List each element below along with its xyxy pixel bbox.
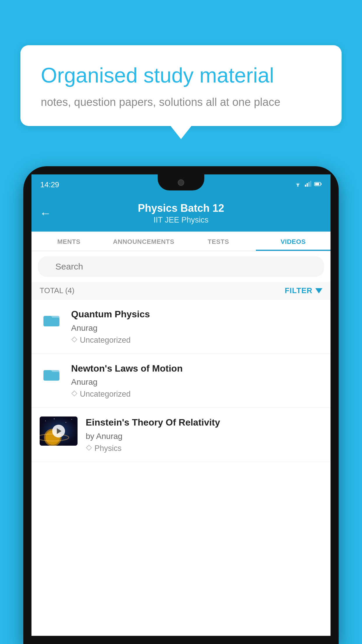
speech-bubble-section: Organised study material notes, question… — [20, 45, 342, 126]
svg-point-17 — [45, 421, 46, 421]
search-wrapper — [38, 256, 324, 277]
video-tag: Physics — [86, 444, 322, 453]
list-item[interactable]: Einstein's Theory Of Relativity by Anura… — [31, 408, 331, 462]
svg-rect-4 — [310, 181, 311, 187]
video-list: Quantum Physics Anurag Uncategorized — [31, 300, 331, 462]
svg-point-12 — [73, 338, 74, 339]
search-bar-container — [31, 251, 331, 282]
folder-icon — [42, 311, 61, 328]
svg-rect-14 — [43, 372, 59, 381]
video-info: Einstein's Theory Of Relativity by Anura… — [86, 416, 322, 453]
phone-frame: 14:29 — [23, 166, 339, 644]
svg-rect-6 — [321, 183, 321, 185]
wifi-icon — [294, 181, 302, 189]
video-author: by Anurag — [86, 432, 322, 441]
tag-label: Uncategorized — [80, 390, 131, 399]
svg-rect-7 — [315, 183, 319, 185]
back-button[interactable]: ← — [40, 207, 51, 220]
speech-bubble-subtext: notes, question papers, solutions all at… — [41, 96, 321, 108]
speech-bubble-heading: Organised study material — [41, 63, 321, 88]
filter-icon — [315, 288, 322, 293]
app-title: Physics Batch 12 — [40, 202, 322, 214]
tab-announcements[interactable]: ANNOUNCEMENTS — [106, 232, 181, 251]
tag-icon — [71, 336, 78, 345]
video-author: Anurag — [71, 323, 322, 333]
video-title: Einstein's Theory Of Relativity — [86, 416, 322, 429]
svg-point-15 — [73, 392, 74, 393]
video-tag: Uncategorized — [71, 390, 322, 399]
total-count-label: TOTAL (4) — [40, 286, 74, 295]
svg-point-0 — [297, 186, 298, 187]
svg-rect-1 — [305, 185, 306, 187]
video-tag: Uncategorized — [71, 336, 322, 345]
signal-icon — [305, 181, 311, 188]
play-icon — [57, 428, 61, 434]
tag-label: Uncategorized — [80, 336, 131, 345]
svg-rect-3 — [308, 182, 310, 187]
svg-point-18 — [54, 419, 55, 419]
svg-point-19 — [66, 422, 66, 423]
tag-icon — [86, 444, 92, 453]
search-input[interactable] — [38, 256, 324, 277]
status-time: 14:29 — [40, 180, 59, 189]
tab-bar: MENTS ANNOUNCEMENTS TESTS VIDEOS — [31, 232, 331, 251]
video-author: Anurag — [71, 377, 322, 387]
svg-point-25 — [87, 446, 88, 447]
list-item[interactable]: Newton's Laws of Motion Anurag Uncategor… — [31, 354, 331, 408]
phone-notch — [158, 174, 204, 190]
app-subtitle: IIT JEE Physics — [40, 216, 322, 225]
folder-icon-container — [40, 363, 63, 382]
tab-tests[interactable]: TESTS — [181, 232, 256, 251]
filter-label: FILTER — [285, 286, 312, 295]
video-thumbnail — [40, 416, 78, 446]
tag-icon — [71, 390, 78, 399]
status-icons — [294, 181, 322, 189]
status-bar: 14:29 — [31, 174, 331, 195]
video-info: Quantum Physics Anurag Uncategorized — [71, 308, 322, 345]
video-title: Quantum Physics — [71, 308, 322, 321]
folder-icon — [42, 365, 61, 382]
tab-videos[interactable]: VIDEOS — [256, 232, 331, 251]
battery-icon — [314, 181, 322, 188]
speech-bubble-card: Organised study material notes, question… — [20, 45, 342, 126]
filter-bar: TOTAL (4) FILTER — [31, 282, 331, 300]
filter-button[interactable]: FILTER — [285, 286, 322, 295]
svg-point-20 — [71, 419, 72, 420]
app-header: ← Physics Batch 12 IIT JEE Physics — [31, 195, 331, 232]
svg-rect-2 — [307, 183, 308, 187]
phone-screen: ← Physics Batch 12 IIT JEE Physics MENTS… — [31, 195, 331, 636]
video-info: Newton's Laws of Motion Anurag Uncategor… — [71, 363, 322, 399]
phone-camera — [178, 179, 184, 186]
folder-icon-container — [40, 308, 63, 328]
play-button[interactable] — [52, 425, 65, 438]
tag-label: Physics — [94, 444, 122, 453]
svg-rect-11 — [43, 318, 59, 326]
video-title: Newton's Laws of Motion — [71, 363, 322, 375]
tab-ments[interactable]: MENTS — [31, 232, 106, 251]
list-item[interactable]: Quantum Physics Anurag Uncategorized — [31, 300, 331, 354]
